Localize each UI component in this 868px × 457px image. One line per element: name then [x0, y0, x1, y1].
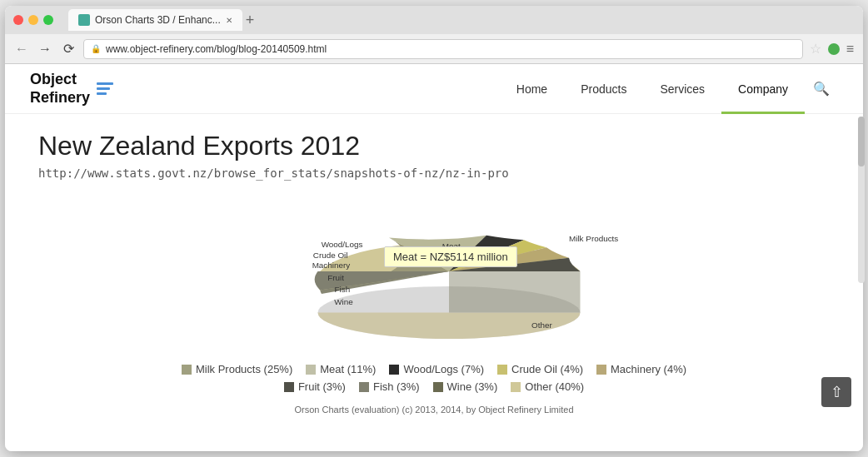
- logo-text: Object Refinery: [30, 71, 90, 107]
- legend-swatch-fruit: [284, 382, 294, 392]
- legend-label-fruit: Fruit (3%): [298, 380, 346, 393]
- nav-company[interactable]: Company: [721, 64, 805, 114]
- nav-products[interactable]: Products: [564, 64, 643, 114]
- legend-label-wood: Wood/Logs (7%): [403, 363, 484, 375]
- address-actions: ☆ ≡: [810, 41, 855, 57]
- scrollbar[interactable]: [858, 117, 863, 283]
- legend-swatch-meat: [306, 365, 316, 375]
- svg-text:Machinery: Machinery: [312, 261, 351, 270]
- legend-item-meat: Meat (11%): [306, 363, 376, 375]
- page-url: http://www.stats.govt.nz/browse_for_stat…: [38, 166, 830, 180]
- svg-text:Fish: Fish: [335, 285, 351, 294]
- pie-chart-svg: Meat Milk Products Wood/Logs Crude Oil M…: [217, 196, 651, 346]
- address-bar: ← → ⟳ 🔒 www.object-refinery.com/blog/blo…: [5, 34, 863, 64]
- legend-item-fruit: Fruit (3%): [284, 380, 346, 393]
- tab-label: Orson Charts 3D / Enhanc...: [95, 14, 221, 26]
- legend-item-fish: Fish (3%): [359, 380, 420, 393]
- new-tab-button[interactable]: +: [246, 12, 255, 27]
- legend-label-oil: Crude Oil (4%): [511, 363, 583, 375]
- svg-text:Milk Products: Milk Products: [569, 234, 618, 243]
- nav-services[interactable]: Services: [643, 64, 721, 114]
- legend-item-milk: Milk Products (25%): [182, 363, 292, 375]
- legend-label-meat: Meat (11%): [320, 363, 376, 375]
- logo-line-2: [97, 87, 110, 90]
- legend-item-other: Other (40%): [511, 380, 584, 393]
- logo-line-1: [97, 82, 113, 85]
- svg-text:Other: Other: [531, 320, 552, 330]
- site-nav: Object Refinery Home Products Services C…: [5, 64, 863, 114]
- url-bar[interactable]: 🔒 www.object-refinery.com/blog/blog-2014…: [83, 39, 803, 59]
- legend-label-milk: Milk Products (25%): [196, 363, 292, 375]
- main-content: New Zealand Exports 2012 http://www.stat…: [5, 114, 863, 451]
- legend-swatch-fish: [359, 382, 369, 392]
- bookmark-icon[interactable]: ☆: [810, 41, 821, 57]
- chart-wrapper: Meat Milk Products Wood/Logs Crude Oil M…: [217, 196, 651, 346]
- chart-tooltip: Meat = NZ$5114 million: [384, 246, 517, 267]
- chart-credit: Orson Charts (evaluation) (c) 2013, 2014…: [294, 405, 573, 415]
- logo-lines-icon: [97, 82, 113, 95]
- legend-swatch-wine: [433, 382, 443, 392]
- nav-home[interactable]: Home: [500, 64, 564, 114]
- forward-button[interactable]: →: [37, 42, 53, 57]
- scrollbar-thumb[interactable]: [858, 117, 863, 166]
- maximize-button[interactable]: [43, 15, 53, 25]
- title-bar: Orson Charts 3D / Enhanc... ✕ +: [5, 6, 863, 34]
- legend-label-wine: Wine (3%): [447, 380, 498, 393]
- chart-container: Meat Milk Products Wood/Logs Crude Oil M…: [38, 196, 830, 415]
- legend-swatch-other: [511, 382, 521, 392]
- legend-row-1: Milk Products (25%) Meat (11%) Wood/Logs…: [182, 363, 686, 375]
- tab-close-icon[interactable]: ✕: [226, 16, 232, 25]
- legend-label-machinery: Machinery (4%): [611, 363, 686, 375]
- browser-window: Orson Charts 3D / Enhanc... ✕ + ← → ⟳ 🔒 …: [5, 6, 863, 451]
- logo-area[interactable]: Object Refinery: [30, 71, 113, 107]
- legend-swatch-wood: [389, 365, 399, 375]
- menu-button[interactable]: ≡: [846, 42, 855, 57]
- svg-text:Wine: Wine: [334, 297, 353, 306]
- nav-links: Home Products Services Company 🔍: [500, 64, 838, 114]
- legend-label-fish: Fish (3%): [373, 380, 420, 393]
- legend-swatch-milk: [182, 365, 192, 375]
- legend-item-oil: Crude Oil (4%): [497, 363, 583, 375]
- refresh-button[interactable]: ⟳: [60, 41, 77, 57]
- legend-swatch-machinery: [596, 365, 606, 375]
- search-icon[interactable]: 🔍: [805, 81, 838, 97]
- traffic-lights: [13, 15, 53, 25]
- back-button[interactable]: ←: [13, 42, 30, 57]
- legend-label-other: Other (40%): [525, 380, 584, 393]
- minimize-button[interactable]: [28, 15, 38, 25]
- legend-row-2: Fruit (3%) Fish (3%) Wine (3%) Othe: [284, 380, 584, 393]
- page-content: Object Refinery Home Products Services C…: [5, 64, 863, 451]
- legend-item-wine: Wine (3%): [433, 380, 498, 393]
- page-title: New Zealand Exports 2012: [38, 131, 830, 161]
- legend-item-wood: Wood/Logs (7%): [389, 363, 484, 375]
- profile-dot[interactable]: [828, 43, 840, 55]
- url-text: www.object-refinery.com/blog/blog-201405…: [106, 43, 327, 55]
- legend-item-machinery: Machinery (4%): [596, 363, 686, 375]
- back-to-top-button[interactable]: ⇧: [821, 377, 851, 407]
- legend-swatch-oil: [497, 365, 507, 375]
- svg-text:Fruit: Fruit: [327, 273, 344, 282]
- tab-bar: Orson Charts 3D / Enhanc... ✕ +: [68, 9, 855, 31]
- tab-favicon: [78, 14, 90, 26]
- chart-legend: Milk Products (25%) Meat (11%) Wood/Logs…: [182, 363, 686, 415]
- svg-text:Wood/Logs: Wood/Logs: [322, 240, 363, 249]
- browser-tab[interactable]: Orson Charts 3D / Enhanc... ✕: [68, 9, 242, 31]
- svg-text:Crude Oil: Crude Oil: [313, 251, 348, 260]
- close-button[interactable]: [13, 15, 23, 25]
- logo-line-3: [97, 92, 107, 95]
- lock-icon: 🔒: [91, 44, 101, 53]
